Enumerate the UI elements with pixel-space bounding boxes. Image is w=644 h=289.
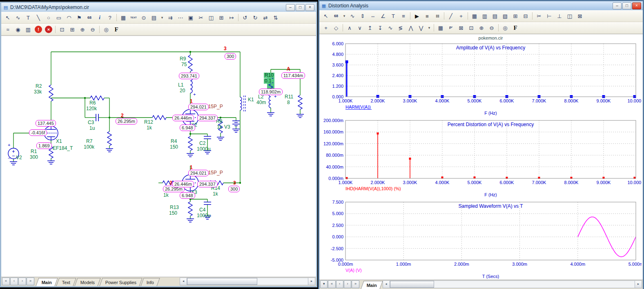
stop-icon[interactable]: ×	[45, 26, 52, 33]
first-page-button[interactable]: «	[2, 278, 10, 285]
component-label[interactable]: 1u	[89, 126, 95, 131]
window-icon[interactable]: ▣	[186, 13, 196, 22]
global-high-icon[interactable]: ⋀	[406, 23, 416, 33]
component-label[interactable]: 150	[169, 211, 177, 216]
scale-icon[interactable]: ⇕	[358, 11, 368, 21]
node-value-box[interactable]: 117.434m	[281, 72, 305, 79]
global-low-icon[interactable]: ⋁	[416, 23, 426, 33]
mode-dropdown-icon[interactable]: ▾	[159, 13, 165, 22]
scrollbar-track[interactable]	[390, 281, 635, 288]
component-label[interactable]: 120k	[86, 106, 97, 111]
properties2-icon[interactable]: ⊠	[575, 11, 585, 21]
ellipse-mode-icon[interactable]: ○	[44, 13, 53, 22]
node-value-box[interactable]: 26.295m	[116, 118, 137, 124]
scroll-right-button[interactable]: ▸	[635, 281, 642, 288]
component-label[interactable]: 100k	[84, 144, 94, 150]
component-label[interactable]: X1	[56, 139, 62, 144]
rotate-cw-icon[interactable]: ↻	[250, 13, 260, 22]
picture-icon[interactable]: ▦	[118, 13, 128, 22]
component-label[interactable]: 1000u	[197, 147, 210, 152]
amplitude-chart[interactable]: 1.000K2.000K3.000K4.000K5.000K6.000K7.00…	[319, 35, 643, 116]
split-icon[interactable]: ◫	[565, 11, 575, 21]
low-icon[interactable]: ↧	[375, 23, 385, 33]
restore-button[interactable]: □	[296, 4, 305, 11]
component-label[interactable]: V3	[224, 124, 230, 130]
node-value-box[interactable]: 300	[225, 53, 236, 60]
font-icon[interactable]: F	[510, 23, 520, 33]
flip-x-icon[interactable]: ⇄	[261, 13, 270, 22]
pause-icon[interactable]: ▮▮	[432, 11, 442, 21]
component-label[interactable]: 40m	[256, 100, 266, 105]
rectangle-mode-icon[interactable]: ▭	[54, 13, 64, 22]
tab-info[interactable]: Info	[141, 278, 160, 286]
bus-icon[interactable]: ⇉	[165, 13, 175, 22]
scroll-left-button[interactable]: ◂	[383, 281, 390, 288]
component-label[interactable]: R13	[170, 205, 179, 210]
restore-button[interactable]: □	[622, 2, 631, 9]
rotate-ccw-icon[interactable]: ↺	[240, 13, 250, 22]
zoom-out-icon[interactable]: ⊖	[487, 23, 497, 33]
component-label[interactable]: R11	[285, 94, 293, 100]
add-page-icon[interactable]: ⊞	[67, 24, 77, 34]
tab-text[interactable]: Text	[56, 278, 76, 286]
sampled-waveform-chart[interactable]: 0.000m1.000m2.000m3.000m4.000m5.000m-5.0…	[319, 198, 643, 280]
component-label[interactable]: R12	[144, 120, 153, 125]
component-label[interactable]: 1k	[217, 124, 222, 130]
node-value-box[interactable]: 293.741	[179, 73, 199, 79]
data-points-icon[interactable]: ▥	[480, 11, 490, 21]
crosshair-icon[interactable]: +	[456, 11, 466, 21]
component-label[interactable]: 1k	[163, 193, 169, 198]
zoom-in-icon[interactable]: ⊕	[78, 24, 87, 34]
minimize-button[interactable]: –	[613, 2, 622, 9]
plot-dropdown-button[interactable]: ▾	[320, 280, 328, 288]
peak-icon[interactable]: ∧	[345, 23, 354, 33]
node-value-box[interactable]: 294.021	[188, 170, 209, 176]
data-grid-icon[interactable]: ▦	[470, 11, 479, 21]
tag-left-icon[interactable]: ⊢	[544, 11, 554, 21]
node-value-box[interactable]: -0.416f	[29, 129, 47, 136]
cursor-icon[interactable]: +	[321, 23, 331, 33]
schematic-titlebar[interactable]: ▤ D:\MC9\DATA\MyAmps\pokemon.cir – □ ×	[1, 3, 316, 12]
tab-models[interactable]: Models	[75, 278, 101, 286]
component-label[interactable]: R4	[171, 139, 177, 144]
select-icon[interactable]: ↖	[321, 11, 331, 21]
error-icon[interactable]: !	[35, 26, 42, 33]
stop-icon[interactable]: ■	[422, 11, 432, 21]
tab-main[interactable]: Main	[361, 281, 383, 289]
schematic-hscrollbar[interactable]: ◂ ▸	[180, 278, 315, 285]
component-label[interactable]: R1	[31, 149, 37, 154]
flag-mode-icon[interactable]: ⚑	[74, 13, 84, 22]
find-icon[interactable]: ◉	[13, 24, 23, 34]
component-label[interactable]: R6	[89, 100, 96, 106]
select-icon[interactable]: ↖	[3, 13, 13, 22]
arc-mode-icon[interactable]: ◠	[64, 13, 74, 22]
component-label[interactable]: R7	[86, 139, 92, 144]
zoom-select-icon[interactable]: ⊠	[456, 23, 466, 33]
prev-page-button[interactable]: ‹	[10, 278, 18, 285]
first-page-button[interactable]: «	[328, 280, 335, 288]
border-icon[interactable]: ⋯	[176, 13, 185, 22]
info-icon[interactable]: i	[95, 13, 105, 22]
wysiwyg-icon[interactable]: ▤	[149, 13, 159, 22]
next-page-button[interactable]: ›	[18, 278, 26, 285]
analysis-hscrollbar[interactable]: ◂ ▸	[383, 280, 642, 288]
node-value-box[interactable]: 137.445	[36, 120, 56, 127]
globe-icon[interactable]: ◎	[500, 23, 510, 33]
font-icon[interactable]: F	[111, 24, 121, 34]
component-mode-icon[interactable]: 68	[85, 13, 94, 22]
component-label[interactable]: 1k	[213, 191, 218, 197]
next-page-button[interactable]: ›	[344, 280, 351, 288]
component-label[interactable]: 75	[181, 62, 187, 67]
waveform-icon[interactable]: ∿	[348, 11, 357, 21]
schematic-canvas[interactable]: +++− R975L120R233kR6120kC31uR121kR7100kX…	[1, 36, 316, 277]
component-label[interactable]: EF184_T	[53, 146, 73, 151]
node-value-box[interactable]: 294.021	[188, 104, 209, 110]
component-label[interactable]: R9	[180, 56, 186, 62]
distortion-chart[interactable]: 1.000K2.000K3.000K4.000K5.000K6.000K7.00…	[319, 116, 643, 198]
help-mode-icon[interactable]: ?	[105, 13, 115, 22]
component-label[interactable]: 1k	[147, 125, 152, 131]
ruler-icon[interactable]: ▧	[500, 11, 510, 21]
node-number[interactable]: 3	[224, 46, 227, 51]
node-number[interactable]: 3	[233, 180, 236, 186]
component-label[interactable]: V2	[16, 155, 22, 160]
